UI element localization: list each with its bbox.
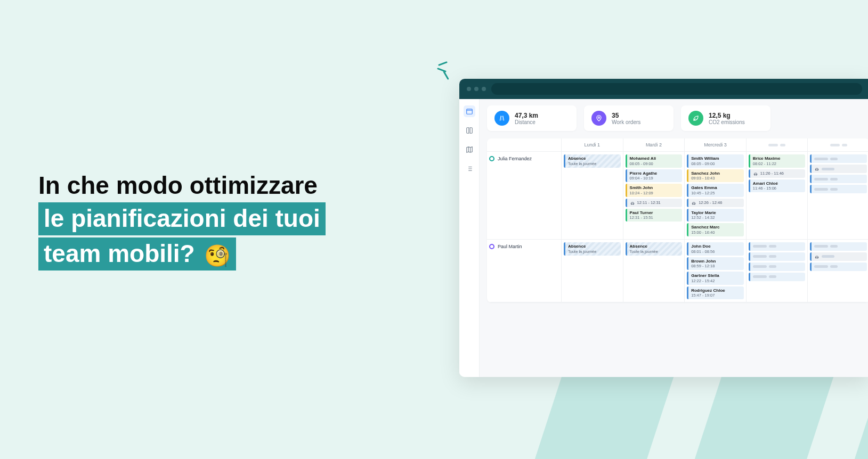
stat-card[interactable]: 35Work orders: [584, 105, 674, 131]
work-order-card[interactable]: [749, 263, 806, 271]
work-order-card[interactable]: Sanchez Marc15:00 - 16:40: [687, 223, 744, 236]
stat-label: Work orders: [612, 119, 640, 125]
stat-label: CO2 emissions: [709, 119, 745, 125]
avatar: [489, 156, 494, 161]
day-cell: John Doe08:01 - 08:56Brown John08:59 - 1…: [685, 240, 747, 302]
day-header-blank: [747, 138, 808, 151]
stat-card[interactable]: 47,3 kmDistance: [487, 105, 577, 131]
day-cell: [747, 240, 808, 302]
leaf-icon: [688, 111, 703, 126]
day-header: Mardi 2: [623, 138, 685, 151]
day-header: Lundi 1: [562, 138, 623, 151]
day-cell: AbsenceToute la journée: [623, 240, 685, 302]
headline: In che modo ottimizzare le pianificazion…: [38, 170, 411, 271]
work-order-card[interactable]: Smith John10:24 - 12:09: [626, 184, 683, 197]
browser-window: 47,3 kmDistance35Work orders12,5 kgCO2 e…: [459, 79, 868, 377]
stat-card[interactable]: 12,5 kgCO2 emissions: [681, 105, 770, 131]
work-order-card[interactable]: Gates Emma10:45 - 12:25: [687, 184, 744, 197]
travel-card[interactable]: 12:11 - 12:31: [626, 199, 683, 207]
work-order-card[interactable]: [749, 252, 806, 261]
person-name: Julia Fernandez: [498, 156, 532, 161]
work-order-card[interactable]: Gartner Stella12:22 - 15:42: [687, 272, 744, 285]
emoji-monocle: 🧐: [204, 244, 231, 267]
work-order-card[interactable]: [810, 175, 867, 183]
travel-card[interactable]: [810, 252, 867, 261]
svg-point-1: [598, 117, 600, 118]
headline-line-3: team mobili? 🧐: [38, 237, 236, 271]
app-main: 47,3 kmDistance35Work orders12,5 kgCO2 e…: [480, 99, 868, 377]
browser-titlebar: [459, 79, 868, 99]
travel-card[interactable]: [810, 165, 867, 173]
day-cell: [808, 240, 868, 302]
person-cell[interactable]: Julia Fernandez: [487, 152, 562, 240]
day-cell: [808, 152, 868, 240]
travel-card[interactable]: 12:26 - 12:46: [687, 199, 744, 207]
stat-value: 35: [612, 112, 640, 119]
planner-header: Lundi 1Mardi 2Mercredi 3: [487, 138, 868, 152]
person-name: Paul Martin: [498, 244, 522, 249]
day-cell: Brice Maxime08:02 - 11:2211:26 - 11:46Am…: [747, 152, 808, 240]
window-controls[interactable]: [467, 87, 486, 91]
work-order-card[interactable]: Brice Maxime08:02 - 11:22: [749, 154, 806, 168]
absence-card[interactable]: AbsenceToute la journée: [626, 242, 683, 256]
work-order-card[interactable]: Smith William08:05 - 09:00: [687, 154, 744, 168]
work-order-card[interactable]: Paul Turner12:31 - 15:51: [626, 209, 683, 222]
work-order-card[interactable]: Sanchez John09:03 - 10:43: [687, 169, 744, 183]
work-order-card[interactable]: Rodriguez Chloe15:47 - 19:07: [687, 286, 744, 300]
road-icon: [494, 111, 509, 126]
sidebar-map-icon[interactable]: [464, 144, 475, 155]
work-order-card[interactable]: [810, 263, 867, 271]
day-cell: AbsenceToute la journée: [562, 240, 623, 302]
work-order-card[interactable]: John Doe08:01 - 08:56: [687, 242, 744, 256]
day-cell: AbsenceToute la journée: [562, 152, 623, 240]
stats-row: 47,3 kmDistance35Work orders12,5 kgCO2 e…: [487, 105, 868, 131]
work-order-card[interactable]: Mohamed Ali08:05 - 09:00: [626, 154, 683, 168]
headline-line-2: le pianificazioni dei tuoi: [38, 202, 326, 235]
app-sidebar: [459, 99, 480, 377]
day-cell: Mohamed Ali08:05 - 09:00Pierre Agathe09:…: [623, 152, 685, 240]
svg-rect-0: [466, 109, 472, 114]
planner-row: Paul MartinAbsenceToute la journéeAbsenc…: [487, 240, 868, 302]
stat-value: 47,3 km: [515, 112, 538, 119]
work-order-card[interactable]: Pierre Agathe09:04 - 10:19: [626, 169, 683, 183]
work-order-card[interactable]: [749, 273, 806, 281]
stat-value: 12,5 kg: [709, 112, 745, 119]
absence-card[interactable]: AbsenceToute la journée: [564, 154, 621, 168]
work-order-card[interactable]: [810, 154, 867, 163]
headline-line-1: In che modo ottimizzare: [38, 170, 411, 200]
sidebar-book-icon[interactable]: [464, 125, 475, 136]
person-cell[interactable]: Paul Martin: [487, 240, 562, 302]
work-order-card[interactable]: Taylor Marie12:52 - 14:32: [687, 209, 744, 222]
avatar: [489, 244, 494, 249]
planner-row: Julia FernandezAbsenceToute la journéeMo…: [487, 152, 868, 240]
day-header: Mercredi 3: [685, 138, 747, 151]
sidebar-list-icon[interactable]: [464, 163, 475, 175]
work-order-card[interactable]: [810, 242, 867, 251]
work-order-card[interactable]: Brown John08:59 - 12:18: [687, 257, 744, 271]
pin-icon: [591, 111, 606, 126]
planner: Lundi 1Mardi 2Mercredi 3 Julia Fernandez…: [487, 138, 868, 302]
travel-card[interactable]: 11:26 - 11:46: [749, 169, 806, 178]
url-bar[interactable]: [491, 83, 862, 95]
stat-label: Distance: [515, 119, 538, 125]
work-order-card[interactable]: [810, 185, 867, 193]
day-header-blank: [808, 138, 868, 151]
work-order-card[interactable]: Amari Chloé11:46 - 15:06: [749, 179, 806, 193]
work-order-card[interactable]: [749, 242, 806, 251]
sidebar-calendar-icon[interactable]: [464, 105, 475, 117]
absence-card[interactable]: AbsenceToute la journée: [564, 242, 621, 256]
day-cell: Smith William08:05 - 09:00Sanchez John09…: [685, 152, 747, 240]
